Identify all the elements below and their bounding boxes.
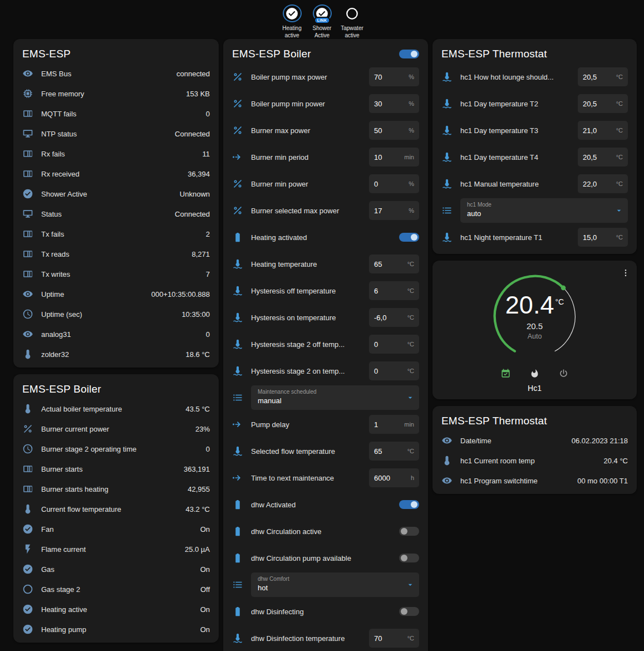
number-input-pump-delay[interactable]: 1min: [369, 415, 419, 434]
clock-icon: [22, 309, 33, 320]
number-input-hysteresis-stage-2-off-temp[interactable]: 0°C: [369, 335, 419, 354]
card-ems-esp-boiler: EMS-ESP BoilerBoiler pump max power70%Bo…: [223, 39, 428, 651]
row-uptime: Uptime000+10:35:00.888: [13, 284, 219, 304]
row-burner-selected-max-power: Burner selected max power17%: [223, 197, 428, 224]
row-label: Burner max power: [251, 126, 369, 135]
number-input-hysteresis-off-temperature[interactable]: 6°C: [369, 281, 419, 300]
counter-icon: [22, 228, 33, 239]
number-input-burner-max-power[interactable]: 50%: [369, 121, 419, 140]
column-1: EMS-ESPEMS BusconnectedFree memory153 KB…: [13, 39, 219, 649]
battery-icon: [232, 232, 243, 243]
number-input-hysteresis-stage-2-on-temp[interactable]: 0°C: [369, 361, 419, 380]
row-tx-fails: Tx fails2: [13, 224, 219, 244]
number-input-hc1-day-temperature-t2[interactable]: 20,5°C: [578, 94, 628, 113]
row-value: Connected: [175, 210, 210, 218]
number-input-selected-flow-temperature[interactable]: 65°C: [369, 442, 419, 461]
row-label: Hysteresis on temperature: [251, 314, 369, 322]
row-burner-min-power: Burner min power0%: [223, 170, 428, 197]
number-input-heating-temperature[interactable]: 65°C: [369, 254, 419, 273]
row-value: 00 mo 00:00 T1: [577, 477, 628, 485]
row-heating-active: Heating activeOn: [13, 599, 219, 619]
number-value: 65: [374, 447, 405, 456]
number-input-hc1-how-hot-lounge-should[interactable]: 20,5°C: [578, 67, 628, 86]
calendar-check-button[interactable]: [498, 365, 514, 381]
number-input-boiler-pump-max-power[interactable]: 70%: [369, 67, 419, 86]
number-unit: °C: [407, 635, 414, 642]
column-3: EMS-ESP Thermostathc1 How hot lounge sho…: [432, 39, 637, 501]
number-input-hc1-day-temperature-t3[interactable]: 21,0°C: [578, 121, 628, 140]
fire-button[interactable]: [527, 365, 543, 381]
battery-icon: [232, 526, 243, 537]
number-input-burner-min-period[interactable]: 10min: [369, 148, 419, 167]
row-hc1-day-temperature-t2: hc1 Day temperature T220,5°C: [432, 90, 637, 117]
network-icon: [22, 208, 33, 219]
status-badge-heating-active[interactable]: Heating active: [278, 4, 306, 39]
row-label: Current flow temperature: [41, 505, 181, 513]
number-input-boiler-pump-min-power[interactable]: 30%: [369, 94, 419, 113]
card-title: EMS-ESP Boiler: [22, 383, 101, 395]
select-input-maintenance-scheduled[interactable]: Maintenance scheduledmanual: [251, 385, 419, 410]
status-badge-shower-active[interactable]: LINKShower Active: [308, 4, 336, 39]
row-label: Pump delay: [251, 420, 369, 429]
check-circle-icon: [22, 604, 33, 615]
badge-label: Shower Active: [308, 25, 336, 39]
number-unit: min: [404, 421, 414, 428]
select-label: dhw Comfort: [258, 576, 404, 582]
number-unit: °C: [616, 154, 623, 160]
row-label: Free memory: [41, 90, 181, 98]
thermo-water-icon: [441, 178, 453, 189]
number-input-dhw-disinfection-temperature[interactable]: 70°C: [369, 629, 419, 648]
clock-icon: [22, 443, 33, 454]
row-label: Status: [41, 210, 170, 218]
circle-outline-icon: [345, 7, 359, 21]
menu-button[interactable]: [618, 265, 633, 281]
row-label: Burner stage 2 operating time: [41, 445, 201, 453]
row-label: Burner starts: [41, 465, 179, 473]
row-label: Gas stage 2: [41, 585, 196, 594]
toggle-heating-activated[interactable]: [399, 233, 419, 242]
thermo-water-icon: [441, 125, 453, 136]
toggle-knob: [401, 528, 407, 535]
thermo-water-icon: [441, 71, 453, 82]
number-input-burner-min-power[interactable]: 0%: [369, 174, 419, 193]
toggle-dhw-activated[interactable]: [399, 500, 419, 509]
card-enable-toggle[interactable]: [399, 50, 419, 58]
status-badge-tapwater-active[interactable]: Tapwater active: [338, 4, 366, 39]
row-boiler-pump-max-power: Boiler pump max power70%: [223, 63, 428, 90]
number-input-hc1-day-temperature-t4[interactable]: 20,5°C: [578, 148, 628, 167]
row-zolder32: zolder3218.6 °C: [13, 344, 219, 364]
percent-icon: [232, 98, 243, 109]
column-2: EMS-ESP BoilerBoiler pump max power70%Bo…: [223, 39, 428, 651]
status-badge-bar: Heating activeLINKShower ActiveTapwater …: [0, 0, 644, 39]
number-unit: h: [411, 474, 414, 481]
number-value: 21,0: [583, 126, 614, 135]
row-status: StatusConnected: [13, 204, 219, 224]
select-input-hc1-mode[interactable]: hc1 Modeauto: [460, 198, 628, 223]
row-value: 18.6 °C: [185, 350, 210, 359]
row-selected-flow-temperature: Selected flow temperature65°C: [223, 438, 428, 464]
row-fan: FanOn: [13, 519, 219, 539]
number-unit: °C: [407, 261, 414, 267]
number-input-hc1-manual-temperature[interactable]: 22,0°C: [578, 174, 628, 193]
row-value: 25.0 µA: [185, 545, 210, 554]
number-unit: min: [404, 154, 414, 160]
row-label: dhw Activated: [251, 501, 399, 509]
thermostat-dial[interactable]: 20.4°C20.5Auto: [487, 268, 583, 364]
number-input-hysteresis-on-temperature[interactable]: -6,0°C: [369, 308, 419, 327]
number-input-hc1-night-temperature-t1[interactable]: 15,0°C: [578, 228, 628, 247]
power-button[interactable]: [556, 365, 572, 381]
number-value: 70: [374, 634, 405, 643]
badge-circle: [343, 4, 362, 22]
toggle-dhw-disinfecting[interactable]: [399, 607, 419, 616]
row-tx-reads: Tx reads8,271: [13, 244, 219, 264]
row-value: 000+10:35:00.888: [151, 290, 210, 298]
number-unit: °C: [407, 368, 414, 374]
row-mqtt-fails: MQTT fails0: [13, 104, 219, 124]
number-input-burner-selected-max-power[interactable]: 17%: [369, 201, 419, 220]
number-input-time-to-next-maintenance[interactable]: 6000h: [369, 468, 419, 487]
toggle-dhw-circulation-active[interactable]: [399, 527, 419, 536]
row-label: Hysteresis stage 2 on temp...: [251, 367, 369, 375]
toggle-dhw-circulation-pump-available[interactable]: [399, 554, 419, 562]
select-input-dhw-comfort[interactable]: dhw Comforthot: [251, 572, 419, 597]
card-title: EMS-ESP Thermostat: [441, 48, 547, 60]
